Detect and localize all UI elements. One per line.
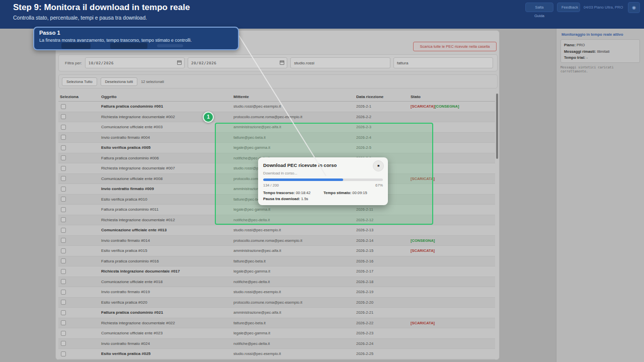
row-checkbox[interactable] bbox=[61, 248, 66, 253]
cell-oggetto: Esito verifica pratica #005 bbox=[101, 145, 233, 150]
row-checkbox[interactable] bbox=[61, 258, 66, 263]
cell-oggetto: Fattura pratica condominio #011 bbox=[101, 207, 233, 212]
cell-mittente: studio.rossi@pec-esempio.it bbox=[233, 104, 356, 109]
stop-download-button[interactable]: ■ bbox=[373, 160, 384, 171]
row-checkbox[interactable] bbox=[61, 300, 66, 305]
row-checkbox[interactable] bbox=[61, 320, 66, 325]
deselect-all-button[interactable]: Deseleziona tutti bbox=[101, 77, 137, 86]
row-checkbox[interactable] bbox=[61, 279, 66, 284]
cell-stato: [SCARICATA] bbox=[411, 321, 495, 325]
row-checkbox[interactable] bbox=[61, 217, 66, 222]
skip-guide-button[interactable]: Salta Guida bbox=[525, 3, 553, 12]
progress-bar-fill bbox=[263, 178, 343, 181]
row-checkbox[interactable] bbox=[61, 290, 66, 295]
download-progress-modal: Download PEC ricevute in corso ■ Downloa… bbox=[258, 157, 388, 205]
cell-oggetto: Esito verifica pratica #020 bbox=[101, 300, 233, 305]
cell-mittente: studio.rossi@pec-esempio.it bbox=[233, 351, 356, 356]
progress-bar-track bbox=[263, 178, 383, 181]
date-to-input[interactable] bbox=[188, 57, 287, 68]
cell-oggetto: Fattura pratica condominio #016 bbox=[101, 259, 233, 263]
cell-data-ricezione: 2026-2-23 bbox=[356, 331, 411, 335]
row-checkbox[interactable] bbox=[61, 187, 66, 192]
cell-seleziona bbox=[58, 133, 101, 142]
plan-row: Piano: PRO bbox=[564, 42, 636, 49]
table-row[interactable]: Comunicazione ufficiale ente #018notific… bbox=[58, 277, 495, 288]
row-checkbox[interactable] bbox=[61, 176, 66, 181]
row-checkbox[interactable] bbox=[61, 310, 66, 315]
row-checkbox[interactable] bbox=[61, 104, 66, 109]
cell-oggetto: Comunicazione ufficiale ente #008 bbox=[101, 176, 233, 181]
header-stato: Stato bbox=[411, 95, 495, 99]
row-checkbox[interactable] bbox=[61, 114, 66, 119]
row-checkbox[interactable] bbox=[61, 197, 66, 202]
row-checkbox[interactable] bbox=[61, 125, 66, 130]
date-from-input[interactable] bbox=[85, 57, 185, 68]
table-row[interactable]: Comunicazione ufficiale ente #013studio.… bbox=[58, 225, 495, 236]
cell-data-ricezione: 2026-2-15 bbox=[356, 248, 411, 253]
cell-seleziona bbox=[58, 215, 101, 224]
progress-percent: 67% bbox=[375, 183, 383, 188]
cell-data-ricezione: 2026-2-21 bbox=[356, 310, 411, 315]
tooltip-step-body: La finestra mostra avanzamento, tempo tr… bbox=[39, 38, 192, 43]
table-row[interactable]: Esito verifica pratica #015amministrazio… bbox=[58, 246, 495, 256]
sender-filter-input[interactable] bbox=[290, 57, 390, 68]
cell-oggetto: Fattura pratica condominio #006 bbox=[101, 156, 233, 160]
table-row[interactable]: Invio contratto firmato #014protocollo.c… bbox=[58, 236, 495, 246]
table-row[interactable]: Esito verifica pratica #020protocollo.co… bbox=[58, 298, 495, 308]
table-row[interactable]: Comunicazione ufficiale ente #023legale@… bbox=[58, 328, 495, 339]
row-checkbox[interactable] bbox=[61, 238, 66, 243]
cell-mittente: amministrazione@pec-alfa.it bbox=[233, 310, 356, 315]
download-all-pec-button[interactable]: Scarica tutte le PEC ricevute nella case… bbox=[413, 42, 497, 51]
calendar-icon[interactable] bbox=[177, 60, 182, 65]
cell-oggetto: Esito verifica pratica #010 bbox=[101, 197, 233, 202]
cell-data-ricezione: 2026-2-18 bbox=[356, 280, 411, 284]
cell-stato: [SCARICATA][CONSEGNA] bbox=[411, 104, 495, 109]
subject-filter-input[interactable] bbox=[393, 57, 493, 68]
obscured-tab-silhouette bbox=[61, 43, 91, 49]
row-checkbox[interactable] bbox=[61, 155, 66, 160]
row-checkbox[interactable] bbox=[61, 135, 66, 140]
sender-filter-wrap bbox=[290, 57, 390, 69]
calendar-icon[interactable] bbox=[280, 60, 284, 65]
row-checkbox[interactable] bbox=[61, 269, 66, 274]
status-sidebar: Monitoraggio in tempo reale attivo Piano… bbox=[556, 29, 644, 362]
table-row[interactable]: Fattura pratica condominio #016fatture@p… bbox=[58, 256, 495, 267]
header-oggetto: Oggetto bbox=[101, 95, 233, 99]
estimated-time: Tempo stimato: 00:09:15 bbox=[324, 191, 367, 195]
status-badge: [SCARICATA] bbox=[411, 104, 435, 109]
circle-icon-button[interactable]: ◉ bbox=[628, 2, 640, 13]
table-row[interactable]: Fattura pratica condominio #021amministr… bbox=[58, 308, 495, 318]
subject-filter-wrap bbox=[393, 57, 493, 69]
cell-oggetto: Invio contratto firmato #009 bbox=[101, 187, 233, 191]
table-row[interactable]: Richiesta integrazione documentale #022f… bbox=[58, 318, 495, 329]
table-row[interactable]: Fattura pratica condominio #001studio.ro… bbox=[58, 102, 495, 112]
row-checkbox[interactable] bbox=[61, 145, 66, 150]
cell-oggetto: Comunicazione ufficiale ente #013 bbox=[101, 228, 233, 232]
table-scrollbar[interactable] bbox=[496, 94, 498, 159]
step-callout-badge: 1 bbox=[203, 112, 214, 123]
cell-oggetto: Comunicazione ufficiale ente #018 bbox=[101, 280, 233, 284]
row-checkbox[interactable] bbox=[61, 351, 66, 356]
table-row[interactable]: Invio contratto firmato #019studio.rossi… bbox=[58, 287, 495, 298]
table-row[interactable]: Richiesta integrazione documentale #017l… bbox=[58, 266, 495, 277]
table-row[interactable]: Richiesta integrazione documentale #002p… bbox=[58, 112, 495, 123]
table-row[interactable]: Invio contratto firmato #024notifiche@pe… bbox=[58, 339, 495, 349]
select-all-button[interactable]: Seleziona Tutto bbox=[62, 77, 97, 86]
trial-row: Tempo trial: - bbox=[564, 55, 636, 61]
date-to-wrap bbox=[188, 57, 287, 69]
selection-bar: Seleziona Tutto Deseleziona tutti 12 sel… bbox=[58, 74, 498, 88]
cell-mittente: protocollo.comune.roma@pec-esempio.it bbox=[233, 115, 356, 119]
row-checkbox[interactable] bbox=[61, 331, 66, 336]
row-checkbox[interactable] bbox=[61, 207, 66, 212]
cell-oggetto: Fattura pratica condominio #001 bbox=[101, 104, 233, 109]
row-checkbox[interactable] bbox=[61, 228, 66, 233]
cell-seleziona bbox=[58, 102, 101, 111]
cell-mittente: legale@pec-gamma.it bbox=[233, 269, 356, 274]
row-checkbox[interactable] bbox=[61, 166, 66, 171]
row-checkbox[interactable] bbox=[61, 341, 66, 346]
cell-mittente: fatture@pec-beta.it bbox=[233, 321, 356, 325]
table-row[interactable]: Esito verifica pratica #025studio.rossi@… bbox=[58, 349, 495, 359]
feedback-button[interactable]: Feedback bbox=[557, 3, 580, 12]
obscured-tab-silhouette bbox=[110, 43, 147, 49]
modal-title: Download PEC ricevute in corso bbox=[263, 162, 383, 168]
